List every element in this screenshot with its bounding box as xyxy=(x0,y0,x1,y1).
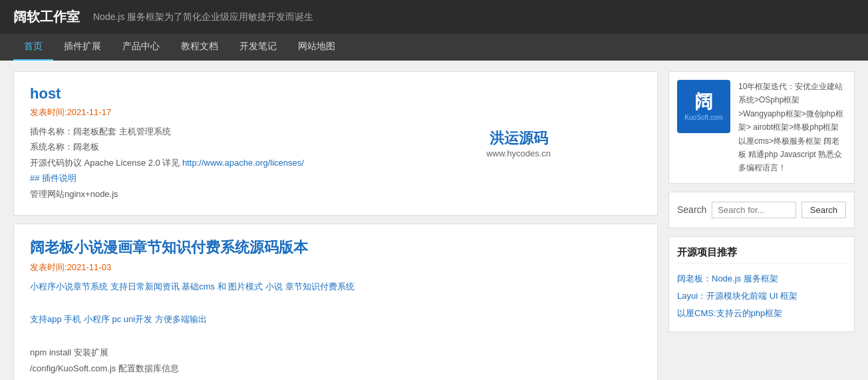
nav-item-plugins[interactable]: 插件扩展 xyxy=(53,34,112,61)
article-link-1[interactable]: host xyxy=(30,85,61,102)
os-link-1: Node.js 服务框架 xyxy=(712,274,778,284)
sidebar-brand: 阔 KuoSoft.com 10年框架迭代：安优企业建站系统>OSphp框架>W… xyxy=(668,71,855,184)
article-card-1: host 发表时间:2021-11-17 插件名称：阔老板配套 主机管理系统 系… xyxy=(13,71,658,216)
date-value-1: 2021-11-17 xyxy=(67,107,112,117)
main-nav: 首页 插件扩展 产品中心 教程文档 开发笔记 网站地图 xyxy=(0,34,868,61)
article-title-1: host xyxy=(30,85,641,102)
date-value-2: 2021-11-03 xyxy=(67,262,112,272)
body-line-1: 小程序小说章节系统 支持日常新闻资讯 基础cms 和 图片模式 小说 章节知识付… xyxy=(30,279,641,295)
brand-logo-sub: KuoSoft.com xyxy=(684,114,722,121)
brand-logo-char: 阔 xyxy=(694,93,713,111)
brand-logo: 阔 KuoSoft.com xyxy=(677,80,730,133)
site-logo: 阔软工作室 xyxy=(13,8,80,26)
article-card-2: 阔老板小说漫画章节知识付费系统源码版本 发表时间:2021-11-03 小程序小… xyxy=(13,224,658,380)
date-label-2: 发表时间: xyxy=(30,262,67,272)
open-source-title: 开源项目推荐 xyxy=(677,246,846,264)
article-date-1: 发表时间:2021-11-17 xyxy=(30,106,641,118)
open-source-item-1[interactable]: 阔老板：Node.js 服务框架 xyxy=(677,270,846,287)
date-label-1: 发表时间: xyxy=(30,107,67,117)
meta-line-5: 管理网站nginx+node.js xyxy=(30,186,641,202)
body-line-3: npm install 安装扩展 xyxy=(30,345,641,361)
article-body-2: 小程序小说章节系统 支持日常新闻资讯 基础cms 和 图片模式 小说 章节知识付… xyxy=(30,279,641,380)
os-prefix-2: Layui： xyxy=(677,291,706,301)
body-line-2: 支持app 手机 小程序 pc uni开发 方便多端输出 xyxy=(30,311,641,328)
body-line-4: /config/KuoSoft.com.js 配置数据库信息 xyxy=(30,361,641,377)
os-link-3: 支持云的php框架 xyxy=(716,308,783,318)
search-label: Search xyxy=(677,204,706,215)
nav-item-home[interactable]: 首页 xyxy=(13,34,53,61)
nav-item-docs[interactable]: 教程文档 xyxy=(170,34,229,61)
os-prefix-3: 以厘CMS: xyxy=(677,308,716,318)
site-header: 阔软工作室 Node.js 服务框架为了简化企业级应用敏捷开发而诞生 xyxy=(0,0,868,34)
search-button[interactable]: Search xyxy=(801,202,846,218)
search-input[interactable] xyxy=(712,202,796,218)
meta-line-4: ## 插件说明 xyxy=(30,170,641,186)
article-meta-1: 插件名称：阔老板配套 主机管理系统 系统名称：阔老板 开源代码协议 Apache… xyxy=(30,124,641,202)
open-source-item-3[interactable]: 以厘CMS:支持云的php框架 xyxy=(677,305,846,322)
meta-line-1: 插件名称：阔老板配套 主机管理系统 xyxy=(30,124,641,139)
meta-line-2: 系统名称：阔老板 xyxy=(30,139,641,154)
article-date-2: 发表时间:2021-11-03 xyxy=(30,262,641,274)
content-area: host 发表时间:2021-11-17 插件名称：阔老板配套 主机管理系统 系… xyxy=(13,71,658,380)
body-line-5: 导入数据库 chapter.sql xyxy=(30,377,641,380)
sidebar-open-source: 开源项目推荐 阔老板：Node.js 服务框架 Layui：开源模块化前端 UI… xyxy=(668,236,855,332)
meta-line-3: 开源代码协议 Apache License 2.0 详见 http://www.… xyxy=(30,155,641,170)
open-source-item-2[interactable]: Layui：开源模块化前端 UI 框架 xyxy=(677,287,846,305)
sidebar-search-block: Search Search xyxy=(668,192,855,228)
license-link[interactable]: http://www.apache.org/licenses/ xyxy=(182,158,304,168)
nav-item-sitemap[interactable]: 网站地图 xyxy=(287,34,346,61)
os-prefix-1: 阔老板： xyxy=(677,274,712,284)
body-text-2: 支持app 手机 小程序 pc uni开发 方便多端输出 xyxy=(30,314,207,324)
nav-item-devnotes[interactable]: 开发笔记 xyxy=(229,34,287,61)
sidebar: 阔 KuoSoft.com 10年框架迭代：安优企业建站系统>OSphp框架>W… xyxy=(668,71,855,380)
nav-item-products[interactable]: 产品中心 xyxy=(112,34,170,61)
body-text-1: 小程序小说章节系统 支持日常新闻资讯 基础cms 和 图片模式 小说 章节知识付… xyxy=(30,282,355,291)
article-title-2: 阔老板小说漫画章节知识付费系统源码版本 xyxy=(30,238,641,258)
article-link-2[interactable]: 阔老板小说漫画章节知识付费系统源码版本 xyxy=(30,239,308,256)
brand-description: 10年框架迭代：安优企业建站系统>OSphp框架>Wangyaphp框架>微创p… xyxy=(738,80,846,175)
site-tagline: Node.js 服务框架为了简化企业级应用敏捷开发而诞生 xyxy=(93,11,313,23)
os-link-2: 开源模块化前端 UI 框架 xyxy=(706,291,797,301)
main-layout: host 发表时间:2021-11-17 插件名称：阔老板配套 主机管理系统 系… xyxy=(0,61,868,380)
